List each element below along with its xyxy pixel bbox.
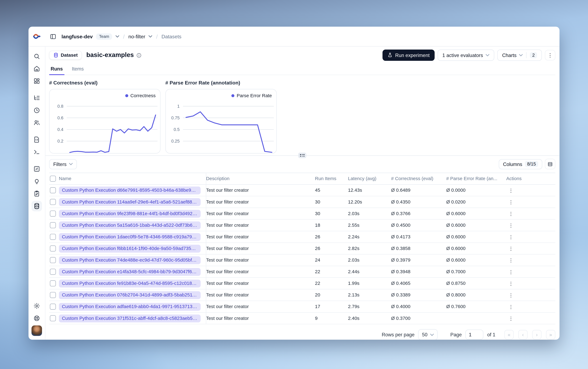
row-actions-kebab[interactable]: ⋮ [506, 222, 516, 228]
next-page-button[interactable]: › [532, 330, 542, 339]
sidebar-item-annotation[interactable] [31, 188, 42, 199]
svg-text:1: 1 [177, 104, 180, 109]
correctness-value: Ø 0.3389 [391, 289, 446, 301]
sidebar-item-settings[interactable] [31, 301, 42, 311]
breadcrumb-section[interactable]: Datasets [161, 34, 181, 39]
rows-per-page-select[interactable]: 50 [418, 329, 438, 340]
run-name-link[interactable]: Custom Python Execution adfae619-abb0-4d… [59, 303, 200, 311]
latency-value: 2.55s [348, 219, 391, 231]
filters-button[interactable]: Filters [49, 159, 77, 169]
run-name-link[interactable]: Custom Python Execution 114aa9ef-29e6-4e… [59, 198, 200, 206]
run-name-link[interactable]: Custom Python Execution d66e7991-8595-45… [59, 186, 200, 194]
columns-button[interactable]: Columns 8/15 [499, 159, 542, 169]
row-actions-kebab[interactable]: ⋮ [506, 281, 516, 286]
latency-value: 12.43s [348, 184, 391, 196]
row-checkbox[interactable] [50, 222, 56, 228]
run-name-link[interactable]: Custom Python Execution fe91b83e-04a5-47… [59, 279, 200, 287]
run-description: Test our filter creator [206, 231, 315, 243]
row-actions-kebab[interactable]: ⋮ [506, 257, 516, 263]
project-name[interactable]: no-filter [128, 34, 145, 39]
tab-runs[interactable]: Runs [50, 64, 64, 75]
run-items-value: 22 [315, 278, 348, 289]
latency-value: 2.40s [348, 312, 391, 324]
row-actions-kebab[interactable]: ⋮ [506, 234, 516, 240]
user-avatar[interactable] [31, 325, 42, 336]
dashboard-grid-icon [33, 78, 40, 84]
resize-drag-handle[interactable] [298, 153, 306, 158]
latency-value: 2.82s [348, 243, 391, 254]
tab-items[interactable]: Items [71, 64, 85, 75]
select-all-checkbox[interactable] [50, 176, 56, 182]
sidebar-toggle-button[interactable] [49, 32, 57, 40]
column-header-correctness[interactable]: # Correctness (eval) [391, 173, 446, 184]
column-header-description[interactable]: Description [206, 173, 315, 184]
run-description: Test our filter creator [206, 312, 315, 324]
row-actions-kebab[interactable]: ⋮ [506, 199, 516, 205]
run-name-link[interactable]: Custom Python Execution 9fe23f98-881e-44… [59, 210, 200, 217]
page-number-input[interactable] [465, 330, 483, 340]
sidebar-item-insights[interactable] [31, 176, 42, 186]
run-name-link[interactable]: Custom Python Execution 371f531c-abff-4d… [59, 314, 200, 322]
prev-page-button[interactable]: ‹ [518, 330, 528, 339]
table-row: Custom Python Execution 114aa9ef-29e6-4e… [49, 196, 555, 208]
row-actions-kebab[interactable]: ⋮ [506, 292, 516, 298]
row-checkbox[interactable] [50, 269, 56, 275]
row-actions-kebab[interactable]: ⋮ [506, 269, 516, 275]
active-evaluators-dropdown[interactable]: 1 active evaluators [438, 50, 494, 61]
run-experiment-button[interactable]: Run experiment [382, 50, 435, 61]
run-name-link[interactable]: Custom Python Execution f6bb1614-1f90-40… [59, 245, 200, 252]
run-name-link[interactable]: Custom Python Execution 1daec0f9-5e78-43… [59, 233, 200, 241]
row-height-button[interactable] [545, 159, 555, 169]
sidebar-item-scores[interactable] [31, 164, 42, 174]
run-name-link[interactable]: Custom Python Execution 076b2704-341d-48… [59, 291, 200, 299]
first-page-button[interactable]: « [504, 330, 514, 339]
row-checkbox[interactable] [50, 187, 56, 193]
sidebar-item-dashboards[interactable] [31, 76, 42, 86]
row-checkbox[interactable] [50, 292, 56, 298]
sidebar-item-prompts[interactable] [31, 134, 42, 145]
row-checkbox[interactable] [50, 315, 56, 321]
sidebar-item-users[interactable] [31, 117, 42, 128]
run-name-link[interactable]: Custom Python Execution 74de488e-ec9d-47… [59, 256, 200, 264]
sidebar-item-tracing[interactable] [31, 93, 42, 103]
row-actions-kebab[interactable]: ⋮ [506, 246, 516, 251]
column-header-latency[interactable]: Latency (avg) [348, 173, 391, 184]
row-checkbox[interactable] [50, 234, 56, 240]
info-icon[interactable] [136, 52, 142, 58]
row-actions-kebab[interactable]: ⋮ [506, 316, 516, 321]
row-checkbox[interactable] [50, 246, 56, 251]
sidebar-item-support[interactable] [31, 313, 42, 324]
parse-error-value: Ø 0.8750 [446, 278, 501, 289]
row-checkbox[interactable] [50, 280, 56, 286]
breadcrumb-separator: / [156, 33, 158, 40]
project-switcher-chevron[interactable] [148, 35, 152, 38]
column-header-parse-error[interactable]: # Parse Error Rate (an... [446, 173, 501, 184]
charts-dropdown[interactable]: Charts 2 [497, 50, 542, 61]
row-actions-kebab[interactable]: ⋮ [506, 304, 516, 309]
org-name[interactable]: langfuse-dev [61, 34, 93, 39]
columns-count-badge: 8/15 [525, 161, 538, 167]
run-name-link[interactable]: Custom Python Execution e14fa348-5cfc-49… [59, 268, 200, 276]
row-actions-kebab[interactable]: ⋮ [506, 211, 516, 216]
sidebar-item-datasets[interactable] [31, 201, 42, 211]
row-actions-kebab[interactable]: ⋮ [506, 187, 516, 193]
row-checkbox[interactable] [50, 257, 56, 263]
sidebar-item-home[interactable] [31, 63, 42, 74]
column-header-name[interactable]: Name [59, 173, 206, 184]
sidebar-item-search[interactable] [31, 51, 42, 62]
row-checkbox[interactable] [50, 211, 56, 216]
sidebar-item-playground[interactable] [31, 147, 42, 157]
page-actions-kebab-button[interactable]: ⋮ [545, 50, 555, 61]
org-switcher-chevron[interactable] [116, 35, 119, 38]
active-evaluators-label: 1 active evaluators [442, 52, 483, 58]
sidebar-item-sessions[interactable] [31, 105, 42, 116]
tab-bar: Runs Items [49, 64, 555, 75]
column-header-run-items[interactable]: Run Items [315, 173, 348, 184]
last-page-button[interactable]: » [546, 330, 555, 339]
correctness-value: Ø 0.3948 [391, 266, 446, 278]
row-checkbox[interactable] [50, 199, 56, 205]
latency-value: 12.20s [348, 196, 391, 208]
run-name-link[interactable]: Custom Python Execution 5a15a616-1bab-44… [59, 221, 200, 229]
run-description: Test our filter creator [206, 208, 315, 219]
row-checkbox[interactable] [50, 304, 56, 309]
